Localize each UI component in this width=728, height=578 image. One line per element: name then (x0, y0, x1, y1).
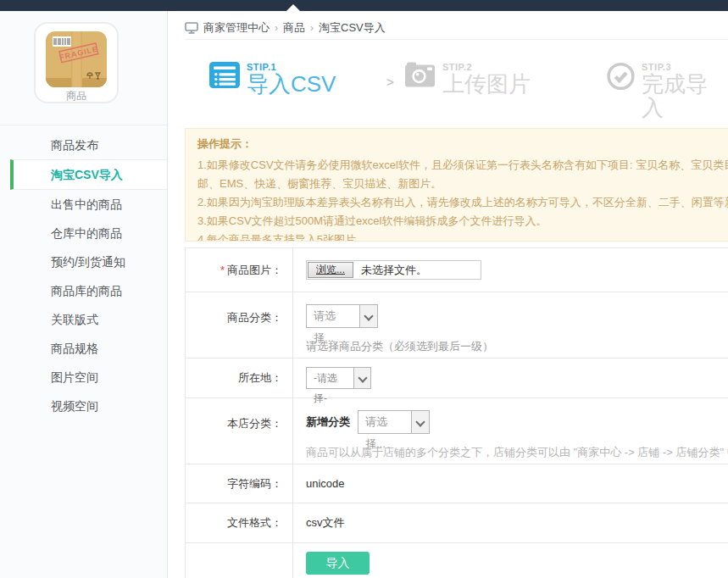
tip-line: 2.如果因为淘宝助理版本差异表头名称有出入，请先修改成上述的名称方可导入，不区分… (197, 193, 728, 212)
sidebar-item-product-specs[interactable]: 商品规格 (0, 334, 167, 363)
package-box-icon: FRAGILE (46, 31, 107, 87)
step-finish-import: STIP.3 完成导入 (607, 62, 727, 119)
product-category-select-value: 请选择... (307, 305, 359, 327)
breadcrumb-home[interactable]: 商家管理中心 (203, 20, 270, 36)
required-mark: * (220, 264, 225, 276)
form-row-file-format: 文件格式： csv文件 (186, 503, 728, 543)
file-format-label: 文件格式： (186, 503, 293, 542)
shop-category-label: 本店分类： (186, 398, 293, 464)
product-image-label: 商品图片： (227, 263, 282, 278)
import-steps: STIP.1 导入CSV > STIP.2 上传图片 (185, 47, 727, 119)
sidebar-item-arrival-notice[interactable]: 预约/到货通知 (0, 247, 167, 276)
encoding-value: unicode (293, 464, 728, 503)
chevron-down-icon (411, 411, 429, 433)
sidebar-item-products-on-sale[interactable]: 出售中的商品 (0, 190, 167, 219)
shop-category-select-value: 请选择... (358, 411, 411, 433)
file-format-value: csv文件 (293, 503, 728, 542)
breadcrumb-products[interactable]: 商品 (283, 20, 305, 36)
top-navbar (0, 0, 728, 11)
product-image-file-input[interactable]: 浏览... 未选择文件。 (306, 260, 481, 280)
tip-line: 4.每个商品最多支持导入5张图片。 (197, 231, 728, 242)
sidebar-item-taobao-csv-import[interactable]: 淘宝CSV导入 (10, 159, 167, 190)
sidebar-menu: 商品发布 淘宝CSV导入 出售中的商品 仓库中的商品 预约/到货通知 商品库的商… (0, 125, 167, 420)
breadcrumb-current: 淘宝CSV导入 (319, 20, 386, 36)
camera-icon (405, 62, 436, 87)
step-upload-images: STIP.2 上传图片 (405, 62, 531, 96)
monitor-icon (185, 22, 198, 34)
chevron-down-icon (353, 368, 370, 388)
store-logo-card[interactable]: FRAGILE 商品 (34, 22, 119, 103)
operation-tips-box: 操作提示： 1.如果修改CSV文件请务必使用微软excel软件，且必须保证第一行… (185, 128, 728, 242)
sidebar: FRAGILE 商品 商品发布 淘宝CSV导入 出售中的商品 仓库中的商品 预约… (0, 11, 168, 578)
form-row-encoding: 字符编码： unicode (186, 464, 728, 503)
browse-button[interactable]: 浏览... (308, 262, 353, 278)
sidebar-item-product-publish[interactable]: 商品发布 (0, 131, 167, 159)
form-row-product-image: * 商品图片： 浏览... 未选择文件。 (186, 248, 728, 292)
page: FRAGILE 商品 商品发布 淘宝CSV导入 出售中的商品 仓库中的商品 预约… (0, 0, 728, 578)
step-import-csv: STIP.1 导入CSV (209, 62, 336, 96)
step3-label: 完成导入 (642, 72, 727, 119)
location-select[interactable]: -请选择- (306, 367, 371, 389)
step2-label: 上传图片 (442, 72, 531, 96)
breadcrumb-separator: › (310, 22, 314, 34)
form-row-shop-category: 本店分类： 新增分类 请选择... 商品可以从属于店铺的多个分类之下，店铺分类可… (186, 398, 728, 464)
location-select-value: -请选择- (307, 368, 353, 388)
main-content: 商家管理中心 › 商品 › 淘宝CSV导入 STIP.1 导入CSV (169, 11, 728, 578)
csv-list-icon (209, 62, 240, 88)
sidebar-item-products-in-warehouse[interactable]: 仓库中的商品 (0, 219, 167, 247)
shop-category-select[interactable]: 请选择... (358, 410, 430, 434)
logo-label: 商品 (36, 89, 117, 103)
add-category-link[interactable]: 新增分类 (306, 415, 350, 428)
breadcrumb-separator: › (275, 22, 278, 34)
sidebar-item-related-layout[interactable]: 关联版式 (0, 305, 167, 334)
shop-category-hint: 商品可以从属于店铺的多个分类之下，店铺分类可以由 "商家中心 -> 店铺 -> … (306, 445, 728, 460)
check-circle-icon (607, 62, 635, 91)
steps-separator: > (386, 75, 394, 89)
location-label: 所在地： (186, 358, 293, 397)
file-status-text: 未选择文件。 (361, 263, 427, 278)
sidebar-item-video-space[interactable]: 视频空间 (0, 392, 167, 420)
tip-line: 3.如果CSV文件超过500M请通过excel软件编辑拆成多个文件进行导入。 (197, 212, 728, 231)
tips-title: 操作提示： (197, 136, 728, 153)
tip-line: 邮、EMS、快递、橱窗推荐、宝贝描述、新图片。 (197, 175, 728, 193)
form-row-submit: 导入 (186, 543, 728, 578)
import-button[interactable]: 导入 (306, 552, 370, 575)
form-row-product-category: 商品分类： 请选择... 请选择商品分类（必须选到最后一级） (186, 292, 728, 358)
breadcrumb: 商家管理中心 › 商品 › 淘宝CSV导入 (185, 17, 728, 40)
sidebar-item-image-space[interactable]: 图片空间 (0, 363, 167, 392)
product-category-label: 商品分类： (186, 292, 293, 358)
csv-import-form: * 商品图片： 浏览... 未选择文件。 商品分类： 请选择... (185, 247, 728, 578)
form-row-location: 所在地： -请选择- (186, 358, 728, 398)
chevron-down-icon (359, 305, 377, 327)
product-category-hint: 请选择商品分类（必须选到最后一级） (306, 339, 728, 354)
sidebar-item-product-library[interactable]: 商品库的商品 (0, 276, 167, 305)
encoding-label: 字符编码： (186, 464, 293, 503)
tip-line: 1.如果修改CSV文件请务必使用微软excel软件，且必须保证第一行表头名称含有… (197, 156, 728, 175)
step1-label: 导入CSV (247, 72, 336, 96)
product-category-select[interactable]: 请选择... (306, 304, 378, 328)
